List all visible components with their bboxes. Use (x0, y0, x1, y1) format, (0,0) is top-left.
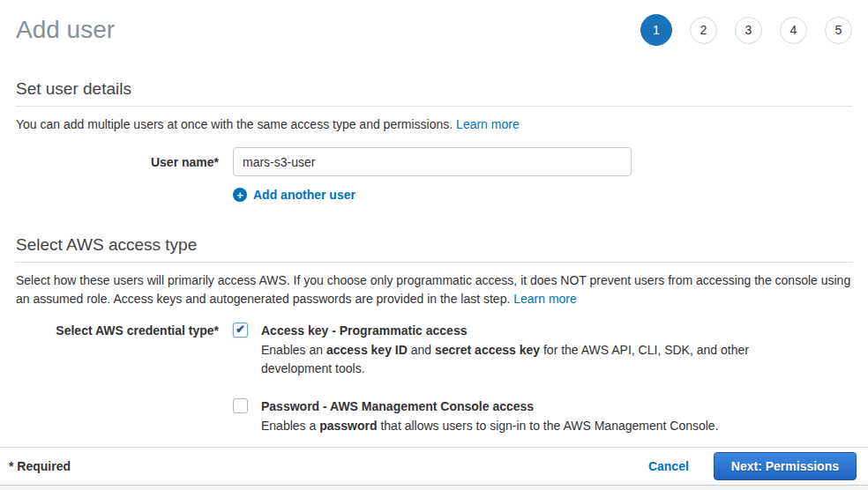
step-2-indicator: 2 (690, 17, 717, 44)
required-note: * Required (9, 459, 71, 473)
page-header: Add user 1 2 3 4 5 (16, 0, 852, 46)
step-5-indicator: 5 (825, 17, 852, 44)
user-details-heading: Set user details (16, 79, 852, 107)
credential-type-label: Select AWS credential type* (16, 322, 233, 339)
access-type-learn-more-link[interactable]: Learn more (513, 292, 577, 306)
wizard-step-indicator: 1 2 3 4 5 (640, 14, 852, 46)
access-key-option: Access key - Programmatic access Enables… (233, 322, 755, 378)
user-details-learn-more-link[interactable]: Learn more (456, 117, 520, 131)
step-3-indicator: 3 (735, 17, 762, 44)
access-type-description: Select how these users will primarily ac… (16, 271, 852, 308)
desc-segment-bold: secret access key (435, 343, 540, 357)
add-another-user-button[interactable]: + Add another user (233, 188, 355, 202)
plus-circle-icon: + (233, 188, 247, 202)
next-permissions-button[interactable]: Next: Permissions (714, 452, 857, 480)
password-option-text: Password - AWS Management Console access… (261, 397, 719, 435)
add-another-user-row: + Add another user (16, 188, 852, 202)
username-input[interactable] (233, 147, 632, 176)
wizard-footer: * Required Cancel Next: Permissions (0, 447, 868, 485)
access-key-option-title: Access key - Programmatic access (261, 322, 755, 339)
credential-type-row: Select AWS credential type* Access key -… (16, 322, 852, 435)
desc-segment-bold: access key ID (326, 343, 408, 357)
access-key-checkbox[interactable] (233, 323, 248, 338)
username-row: User name* (16, 147, 852, 176)
access-key-option-desc: Enables an access key ID and secret acce… (261, 341, 755, 378)
credential-options: Access key - Programmatic access Enables… (233, 322, 755, 435)
password-option: Password - AWS Management Console access… (233, 397, 755, 435)
user-details-description-text: You can add multiple users at once with … (16, 117, 453, 131)
desc-segment: that allows users to sign-in to the AWS … (378, 419, 719, 433)
user-details-description: You can add multiple users at once with … (16, 115, 852, 134)
page-bottom-strip (0, 485, 868, 490)
desc-segment: Enables a (261, 419, 319, 433)
add-user-page: Add user 1 2 3 4 5 Set user details You … (0, 0, 868, 490)
step-4-indicator: 4 (780, 17, 807, 44)
password-checkbox[interactable] (233, 398, 248, 413)
main-content: Add user 1 2 3 4 5 Set user details You … (0, 0, 868, 435)
step-1-indicator: 1 (640, 14, 672, 46)
access-key-option-text: Access key - Programmatic access Enables… (261, 322, 755, 378)
access-type-description-text: Select how these users will primarily ac… (16, 273, 850, 306)
page-title: Add user (16, 15, 115, 45)
desc-segment: Enables an (261, 343, 326, 357)
password-option-desc: Enables a password that allows users to … (261, 417, 719, 435)
cancel-button[interactable]: Cancel (648, 459, 689, 473)
footer-actions: Cancel Next: Permissions (648, 452, 857, 480)
username-label: User name* (16, 153, 233, 171)
desc-segment: and (408, 343, 435, 357)
desc-segment-bold: password (319, 419, 377, 433)
access-type-heading: Select AWS access type (16, 235, 852, 263)
password-option-title: Password - AWS Management Console access (261, 397, 719, 415)
add-another-user-label: Add another user (253, 188, 355, 202)
